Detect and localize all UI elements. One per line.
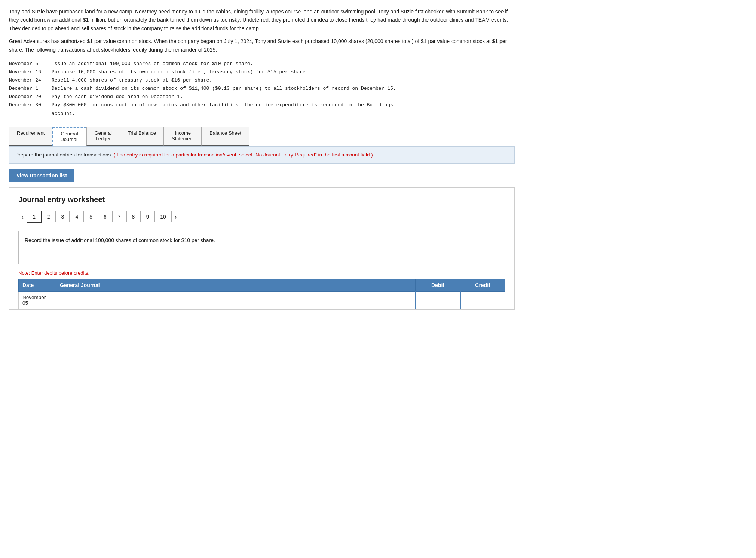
list-item: December 20 Pay the cash dividend declar… [9,93,515,101]
page-9[interactable]: 9 [140,211,154,222]
transaction-desc: Pay $800,000 for construction of new cab… [52,101,393,109]
transaction-desc: Purchase 10,000 shares of its own common… [52,68,309,76]
journal-table: Date General Journal Debit Credit Novemb… [18,279,505,309]
debit-input[interactable] [420,295,456,300]
intro-paragraph-2: Great Adventures has authorized $1 par v… [9,37,515,54]
tab-trial-balance[interactable]: Trial Balance [120,127,164,146]
page-navigation: ‹ 1 2 3 4 5 6 7 8 9 10 › [18,211,505,223]
list-item: November 16 Purchase 10,000 shares of it… [9,68,515,76]
tab-requirement[interactable]: Requirement [9,127,52,146]
list-item: November 5 Issue an additional 100,000 s… [9,60,515,68]
transaction-date: November 16 [9,68,50,76]
journal-entry-input[interactable] [60,295,411,300]
entry-description: Record the issue of additional 100,000 s… [18,231,505,264]
credit-input[interactable] [465,295,502,300]
tab-general-journal[interactable]: GeneralJournal [52,127,86,146]
page-3[interactable]: 3 [56,211,70,222]
row-credit-input[interactable] [460,291,505,309]
page-2[interactable]: 2 [42,211,56,222]
transaction-desc: account. [52,110,75,118]
list-item: December 1 Declare a cash dividend on it… [9,85,515,93]
transaction-date: November 24 [9,76,50,85]
view-transaction-button[interactable]: View transaction list [9,169,74,182]
transactions-list: November 5 Issue an additional 100,000 s… [9,60,515,118]
table-row: November05 [19,291,505,309]
page-8[interactable]: 8 [126,211,141,222]
description-text: Record the issue of additional 100,000 s… [25,237,215,243]
tab-general-ledger[interactable]: GeneralLedger [86,127,120,146]
transaction-desc: Pay the cash dividend declared on Decemb… [52,93,183,101]
transaction-date: December 20 [9,93,50,101]
col-header-credit: Credit [460,279,505,291]
instruction-main: Prepare the journal entries for transact… [15,152,112,158]
transaction-desc: Resell 4,000 shares of treasury stock at… [52,76,212,85]
next-page-arrow[interactable]: › [172,211,180,223]
intro-paragraph-1: Tony and Suzie have purchased land for a… [9,7,515,33]
note-text: Note: Enter debits before credits. [18,270,505,276]
row-date: November05 [19,291,56,309]
row-debit-input[interactable] [416,291,460,309]
col-header-date: Date [19,279,56,291]
tabs-container: Requirement GeneralJournal GeneralLedger… [9,127,515,146]
transaction-date: November 5 [9,60,50,68]
page-5[interactable]: 5 [84,211,98,222]
tab-balance-sheet[interactable]: Balance Sheet [202,127,249,146]
list-item: account. [9,110,515,118]
list-item: November 24 Resell 4,000 shares of treas… [9,76,515,85]
row-journal-input[interactable] [56,291,416,309]
col-header-general-journal: General Journal [56,279,416,291]
col-header-debit: Debit [416,279,460,291]
instruction-box: Prepare the journal entries for transact… [9,146,515,164]
page-7[interactable]: 7 [112,211,126,222]
page-10[interactable]: 10 [154,211,172,222]
instruction-red: (If no entry is required for a particula… [114,152,373,158]
tab-income-statement[interactable]: IncomeStatement [164,127,202,146]
worksheet-title: Journal entry worksheet [18,195,505,204]
page-1[interactable]: 1 [27,211,42,223]
prev-page-arrow[interactable]: ‹ [18,211,27,223]
transaction-date: December 1 [9,85,50,93]
page-6[interactable]: 6 [98,211,112,222]
transaction-desc: Declare a cash dividend on its common st… [52,85,396,93]
transaction-date [9,110,50,118]
page-4[interactable]: 4 [70,211,84,222]
worksheet-container: Journal entry worksheet ‹ 1 2 3 4 5 6 7 … [9,187,515,310]
transaction-desc: Issue an additional 100,000 shares of co… [52,60,253,68]
transaction-date: December 30 [9,101,50,109]
intro-section: Tony and Suzie have purchased land for a… [9,7,515,54]
list-item: December 30 Pay $800,000 for constructio… [9,101,515,109]
